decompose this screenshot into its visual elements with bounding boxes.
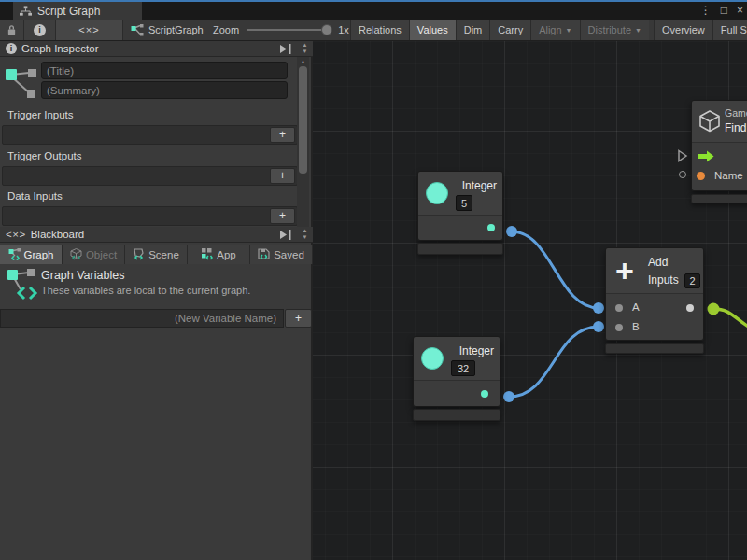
wire-endpoint[interactable]	[503, 391, 514, 402]
wire-integer5-to-addA[interactable]	[512, 231, 599, 308]
zoom-slider[interactable]	[247, 29, 331, 31]
inspector-scrollbar[interactable]: ▲ ▼	[297, 57, 309, 240]
integer-type-icon	[421, 347, 444, 370]
add-data-input-button[interactable]: +	[270, 208, 295, 224]
port-b-label: B	[632, 321, 640, 332]
wire-endpoint[interactable]	[708, 303, 720, 315]
window-menu-icon[interactable]: ⋮	[700, 2, 712, 20]
cube-icon	[698, 109, 722, 133]
node-title: Add	[648, 256, 668, 269]
graph-title-input[interactable]	[41, 62, 288, 79]
graph-variables-description: These variables are local to the current…	[41, 285, 250, 296]
node-subtitle: Game Object	[725, 107, 747, 119]
graph-icon	[4, 64, 39, 102]
name-port-label: Name	[714, 170, 743, 181]
input-port-a[interactable]	[615, 304, 623, 312]
maximize-icon[interactable]: □	[721, 2, 727, 20]
node-shadow-strip	[691, 194, 747, 203]
input-port-b[interactable]	[615, 324, 623, 331]
window-titlebar: Script Graph ⋮ □ ×	[0, 2, 747, 20]
node-add[interactable]: + Add Inputs 2 A B	[605, 247, 704, 341]
tab-app[interactable]: App	[188, 245, 250, 264]
overview-button[interactable]: Overview	[654, 20, 712, 40]
tab-script-graph[interactable]: Script Graph	[13, 2, 142, 20]
saved-variables-icon	[258, 248, 270, 260]
zoom-label: Zoom	[213, 24, 239, 35]
sidebar: i Graph Inspector ▲▼ Trigger Inputs + Tr…	[0, 41, 313, 560]
trigger-input-port-icon[interactable]	[698, 150, 714, 162]
wire-endpoint[interactable]	[506, 226, 517, 237]
full-screen-button[interactable]: Full Screen	[712, 20, 747, 40]
graph-variables-icon	[7, 267, 38, 302]
panel-resize-handle[interactable]: ▲▼	[299, 228, 311, 242]
values-button[interactable]: Values	[409, 20, 456, 40]
node-title: Integer	[462, 179, 497, 192]
inputs-count-field[interactable]: 2	[684, 273, 700, 288]
integer-value-field[interactable]: 5	[456, 195, 472, 211]
relations-button[interactable]: Relations	[350, 20, 409, 40]
integer-type-icon	[426, 182, 448, 204]
tab-scene[interactable]: Scene	[125, 245, 188, 264]
blackboard-tabbar: Graph Object Scene	[0, 245, 313, 264]
node-shadow-strip	[605, 343, 704, 354]
add-variable-button[interactable]: +	[285, 309, 312, 328]
dock-icon[interactable]	[279, 230, 292, 240]
zoom-value: 1x	[338, 24, 349, 35]
hierarchy-icon	[20, 6, 32, 17]
add-operation-icon: +	[615, 257, 634, 285]
tab-graph[interactable]: Graph	[0, 245, 63, 264]
graph-inspector-header[interactable]: i Graph Inspector ▲▼	[0, 41, 313, 57]
script-graph-icon	[131, 24, 144, 36]
node-integer-32[interactable]: Integer 32	[413, 336, 500, 407]
scene-variables-icon	[133, 248, 145, 260]
add-trigger-output-button[interactable]: +	[270, 168, 295, 184]
blackboard-header[interactable]: <×> Blackboard ▲▼	[0, 227, 313, 243]
graph-variables-title: Graph Variables	[41, 269, 124, 282]
blackboard-toggle-button[interactable]: <×>	[56, 20, 123, 40]
object-variables-icon	[70, 248, 82, 260]
section-data-inputs: Data Inputs	[7, 190, 63, 202]
section-trigger-outputs: Trigger Outputs	[7, 150, 81, 161]
graph-breadcrumb[interactable]: ScriptGraph	[131, 20, 204, 40]
chevron-down-icon: ▼	[635, 27, 641, 34]
inputs-label: Inputs	[648, 273, 679, 287]
trigger-inputs-list	[2, 125, 298, 145]
info-button[interactable]: i	[24, 20, 56, 40]
node-gameobject-find[interactable]: Game Object Find Name	[691, 100, 747, 191]
value-port-outline-icon	[679, 171, 686, 178]
tab-object[interactable]: Object	[63, 245, 125, 264]
graph-summary-input[interactable]	[41, 81, 288, 99]
distribute-dropdown: Distribute ▼	[580, 20, 649, 40]
integer-value-field[interactable]: 32	[451, 360, 475, 376]
lock-icon	[7, 24, 17, 36]
graph-canvas[interactable]: Integer 5 Integer 32 + Add	[313, 41, 747, 560]
scroll-up-icon[interactable]: ▲	[297, 59, 309, 64]
wire-add-output[interactable]	[713, 309, 747, 334]
wire-endpoint[interactable]	[593, 321, 604, 332]
output-port[interactable]	[686, 304, 694, 312]
node-title: Find	[725, 121, 746, 134]
dim-button[interactable]: Dim	[456, 20, 490, 40]
node-integer-5[interactable]: Integer 5	[417, 171, 503, 241]
variables-icon: <×>	[78, 24, 99, 35]
close-icon[interactable]: ×	[737, 2, 743, 20]
name-input-port[interactable]	[697, 172, 705, 180]
output-port[interactable]	[481, 390, 488, 398]
wire-integer32-to-addB[interactable]	[509, 327, 599, 397]
app-variables-icon	[201, 248, 213, 260]
scrollbar-thumb[interactable]	[299, 66, 307, 174]
node-title: Integer	[459, 344, 494, 357]
tab-title: Script Graph	[37, 5, 100, 18]
tab-saved[interactable]: Saved	[250, 245, 313, 264]
panel-resize-handle[interactable]: ▲▼	[299, 42, 311, 56]
add-trigger-input-button[interactable]: +	[270, 127, 295, 143]
new-variable-name-input[interactable]	[0, 309, 284, 328]
dock-icon[interactable]	[279, 44, 292, 54]
zoom-slider-knob[interactable]	[321, 24, 332, 35]
wire-endpoint[interactable]	[593, 302, 604, 314]
lock-button[interactable]	[0, 20, 24, 40]
output-port[interactable]	[487, 224, 495, 231]
info-icon: i	[34, 24, 46, 36]
section-trigger-inputs: Trigger Inputs	[7, 109, 74, 120]
carry-button[interactable]: Carry	[489, 20, 530, 40]
